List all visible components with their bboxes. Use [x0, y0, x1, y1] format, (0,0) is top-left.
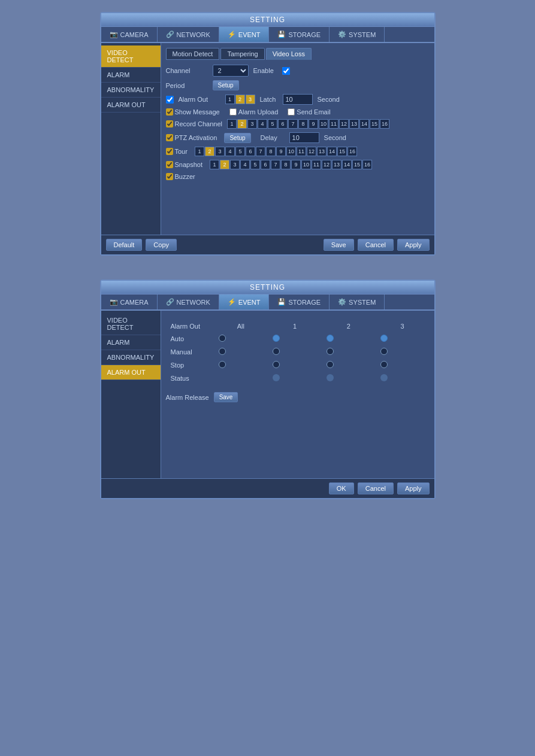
- manual-2-radio[interactable]: [327, 348, 334, 355]
- rec-ch-12[interactable]: 12: [339, 119, 349, 129]
- nav2-event[interactable]: ⚡ EVENT: [219, 294, 270, 309]
- buzzer-checkbox[interactable]: [166, 173, 173, 180]
- snap-ch-8[interactable]: 8: [281, 160, 291, 169]
- nav2-network[interactable]: 🔗 NETWORK: [158, 294, 219, 309]
- tab-motion-detect[interactable]: Motion Detect: [166, 48, 220, 60]
- nav-camera[interactable]: 📷 CAMERA: [101, 27, 158, 42]
- snap-ch-10[interactable]: 10: [301, 160, 311, 169]
- tour-ch-4[interactable]: 4: [225, 147, 235, 156]
- rec-ch-10[interactable]: 10: [319, 119, 328, 129]
- send-email-checkbox[interactable]: [288, 108, 295, 116]
- ptz-setup-btn[interactable]: Setup: [224, 133, 250, 143]
- show-message-checkbox[interactable]: [166, 108, 173, 116]
- nav-storage[interactable]: 💾 STORAGE: [269, 27, 330, 42]
- latch-input[interactable]: [283, 94, 313, 105]
- nav-event[interactable]: ⚡ EVENT: [219, 27, 270, 42]
- nav2-storage[interactable]: 💾 STORAGE: [269, 294, 330, 309]
- tour-ch-15[interactable]: 15: [337, 147, 347, 156]
- rec-ch-7[interactable]: 7: [288, 119, 298, 129]
- enable-checkbox[interactable]: [282, 67, 290, 75]
- manual-3-radio[interactable]: [380, 348, 388, 355]
- tour-ch-12[interactable]: 12: [307, 147, 316, 156]
- rec-ch-11[interactable]: 11: [329, 119, 338, 129]
- snapshot-checkbox[interactable]: [166, 161, 173, 168]
- apply-btn-1[interactable]: Apply: [397, 239, 430, 251]
- rec-ch-2[interactable]: 2: [237, 119, 247, 129]
- nav-system[interactable]: ⚙️ SYSTEM: [330, 27, 385, 42]
- alarm-upload-checkbox[interactable]: [229, 108, 237, 116]
- snap-ch-11[interactable]: 11: [312, 160, 321, 169]
- tour-ch-9[interactable]: 9: [276, 147, 286, 156]
- auto-all-radio[interactable]: [219, 335, 226, 342]
- tour-checkbox[interactable]: [166, 148, 173, 155]
- sidebar-video-detect[interactable]: VIDEO DETECT: [101, 45, 161, 68]
- sidebar2-alarm-out[interactable]: ALARM OUT: [101, 365, 161, 380]
- nav2-system[interactable]: ⚙️ SYSTEM: [330, 294, 385, 309]
- cancel-btn-1[interactable]: Cancel: [358, 239, 394, 251]
- tour-ch-14[interactable]: 14: [327, 147, 337, 156]
- nav2-camera[interactable]: 📷 CAMERA: [101, 294, 158, 309]
- snap-ch-16[interactable]: 16: [362, 160, 372, 169]
- default-btn[interactable]: Default: [106, 239, 143, 251]
- stop-2-radio[interactable]: [327, 361, 334, 368]
- tour-ch-7[interactable]: 7: [256, 147, 265, 156]
- alarm-out-checkbox[interactable]: [166, 96, 174, 104]
- tour-ch-13[interactable]: 13: [317, 147, 327, 156]
- rec-ch-4[interactable]: 4: [258, 119, 267, 129]
- rec-ch-3[interactable]: 3: [247, 119, 257, 129]
- tour-ch-11[interactable]: 11: [297, 147, 306, 156]
- rec-ch-9[interactable]: 9: [309, 119, 318, 129]
- tour-ch-6[interactable]: 6: [246, 147, 255, 156]
- snap-ch-6[interactable]: 6: [261, 160, 270, 169]
- alarm-ch-2[interactable]: 2: [235, 95, 245, 104]
- snap-ch-14[interactable]: 14: [342, 160, 352, 169]
- snap-ch-4[interactable]: 4: [240, 160, 250, 169]
- snap-ch-3[interactable]: 3: [230, 160, 240, 169]
- apply-btn-2[interactable]: Apply: [397, 482, 430, 494]
- tour-ch-8[interactable]: 8: [266, 147, 276, 156]
- rec-ch-13[interactable]: 13: [349, 119, 359, 129]
- rec-ch-1[interactable]: 1: [227, 119, 237, 129]
- stop-3-radio[interactable]: [380, 361, 388, 368]
- manual-all-radio[interactable]: [219, 348, 226, 355]
- cancel-btn-2[interactable]: Cancel: [358, 482, 394, 494]
- snap-ch-12[interactable]: 12: [322, 160, 331, 169]
- snap-ch-2[interactable]: 2: [220, 160, 229, 169]
- rec-ch-8[interactable]: 8: [298, 119, 308, 129]
- alarm-release-save-btn[interactable]: Save: [214, 392, 238, 402]
- snap-ch-7[interactable]: 7: [271, 160, 280, 169]
- period-setup-btn[interactable]: Setup: [213, 80, 239, 90]
- tour-ch-16[interactable]: 16: [347, 147, 357, 156]
- rec-ch-16[interactable]: 16: [380, 119, 389, 129]
- alarm-ch-1[interactable]: 1: [225, 95, 235, 104]
- tab-tampering[interactable]: Tampering: [220, 48, 264, 60]
- tour-ch-2[interactable]: 2: [205, 147, 214, 156]
- tour-ch-5[interactable]: 5: [235, 147, 245, 156]
- snap-ch-5[interactable]: 5: [250, 160, 260, 169]
- tour-ch-10[interactable]: 10: [286, 147, 296, 156]
- ok-btn[interactable]: OK: [329, 482, 354, 494]
- stop-1-radio[interactable]: [273, 361, 280, 368]
- delay-input[interactable]: [289, 132, 319, 143]
- sidebar-alarm-out[interactable]: ALARM OUT: [101, 98, 161, 113]
- snap-ch-15[interactable]: 15: [352, 160, 362, 169]
- snap-ch-9[interactable]: 9: [291, 160, 301, 169]
- rec-ch-5[interactable]: 5: [268, 119, 277, 129]
- snap-ch-13[interactable]: 13: [332, 160, 341, 169]
- stop-all-radio[interactable]: [219, 361, 226, 368]
- ptz-checkbox[interactable]: [166, 134, 173, 141]
- sidebar2-video-detect[interactable]: VIDEO DETECT: [101, 313, 161, 335]
- auto-1-radio[interactable]: [273, 335, 280, 342]
- alarm-ch-3[interactable]: 3: [246, 95, 255, 104]
- tab-video-loss[interactable]: Video Loss: [266, 48, 312, 60]
- save-btn-1[interactable]: Save: [324, 239, 354, 251]
- tour-ch-3[interactable]: 3: [215, 147, 225, 156]
- sidebar-alarm[interactable]: ALARM: [101, 68, 161, 83]
- rec-ch-15[interactable]: 15: [370, 119, 379, 129]
- copy-btn[interactable]: Copy: [146, 239, 177, 251]
- tour-ch-1[interactable]: 1: [195, 147, 204, 156]
- rec-ch-6[interactable]: 6: [278, 119, 288, 129]
- nav-network[interactable]: 🔗 NETWORK: [158, 27, 219, 42]
- channel-select[interactable]: 2: [213, 65, 249, 77]
- sidebar2-abnormality[interactable]: ABNORMALITY: [101, 350, 161, 365]
